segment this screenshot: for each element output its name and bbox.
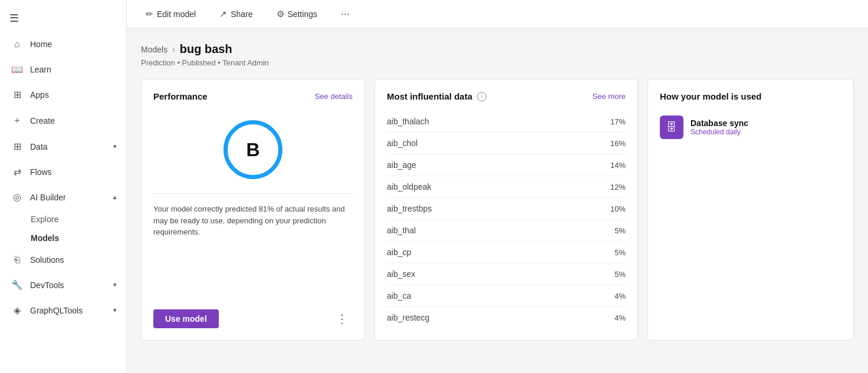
- main-area: ✏ Edit model ↗ Share ⚙ Settings ··· Mode…: [127, 0, 868, 373]
- data-field-value: 4%: [614, 313, 626, 322]
- usage-card-title: How your model is used: [660, 91, 762, 101]
- see-more-link[interactable]: See more: [593, 92, 626, 101]
- settings-button[interactable]: ⚙ Settings: [272, 6, 323, 22]
- use-model-button[interactable]: Use model: [153, 309, 219, 328]
- sidebar-item-label: Data: [30, 142, 48, 151]
- sidebar-subitem-explore[interactable]: Explore: [0, 210, 126, 229]
- database-sync-icon-box: 🗄: [660, 115, 683, 139]
- usage-item-title: Database sync: [691, 118, 748, 128]
- list-item: aib_cp 5%: [387, 242, 626, 263]
- see-details-link[interactable]: See details: [315, 92, 353, 101]
- sidebar-item-learn[interactable]: 📖 Learn: [0, 57, 126, 82]
- toolbar: ✏ Edit model ↗ Share ⚙ Settings ···: [127, 0, 868, 28]
- usage-card-header: How your model is used: [660, 91, 841, 101]
- apps-icon: ⊞: [11, 89, 23, 100]
- sidebar-item-graphql[interactable]: ◈ GraphQLTools ▾: [0, 298, 126, 323]
- learn-icon: 📖: [11, 64, 23, 75]
- influential-data-card: Most influential data i See more aib_tha…: [374, 79, 638, 341]
- edit-model-button[interactable]: ✏ Edit model: [141, 6, 200, 22]
- data-field-value: 16%: [610, 139, 626, 148]
- database-icon: 🗄: [666, 121, 677, 134]
- grade-circle: B: [223, 120, 282, 179]
- sidebar-item-label: Flows: [30, 167, 52, 177]
- usage-card: How your model is used 🗄 Database sync S…: [647, 79, 854, 341]
- data-field-label: aib_sex: [387, 269, 415, 279]
- sidebar-item-create[interactable]: ＋ Create: [0, 107, 126, 134]
- data-field-value: 5%: [614, 248, 626, 257]
- performance-more-options-button[interactable]: ⋮: [331, 309, 353, 328]
- chevron-down-icon: ▾: [113, 306, 117, 314]
- share-icon: ↗: [219, 9, 227, 19]
- usage-item-subtitle: Scheduled daily: [691, 128, 748, 136]
- influential-card-title: Most influential data: [387, 91, 472, 101]
- performance-description: Your model correctly predicted 81% of ac…: [153, 193, 353, 238]
- usage-item-info: Database sync Scheduled daily: [691, 118, 748, 136]
- data-field-label: aib_ca: [387, 291, 411, 301]
- data-field-value: 17%: [610, 117, 626, 126]
- list-item: aib_chol 16%: [387, 133, 626, 154]
- share-label: Share: [231, 9, 252, 19]
- more-options-icon[interactable]: ···: [336, 5, 354, 22]
- info-icon[interactable]: i: [477, 92, 486, 101]
- edit-label: Edit model: [157, 9, 196, 19]
- ai-builder-icon: ◎: [11, 192, 23, 203]
- create-icon: ＋: [11, 114, 23, 127]
- data-field-value: 12%: [610, 183, 626, 192]
- devtools-icon: 🔧: [11, 279, 23, 291]
- data-field-label: aib_age: [387, 160, 416, 170]
- list-item: aib_thal 5%: [387, 220, 626, 242]
- sidebar-item-label: Learn: [30, 65, 51, 74]
- usage-item: 🗄 Database sync Scheduled daily: [660, 115, 841, 139]
- data-field-label: aib_chol: [387, 138, 417, 148]
- list-item: aib_restecg 4%: [387, 307, 626, 328]
- share-button[interactable]: ↗ Share: [215, 6, 257, 22]
- performance-card: Performance See details B Your model cor…: [141, 79, 365, 341]
- chevron-down-icon: ▾: [113, 281, 117, 289]
- graphql-icon: ◈: [11, 305, 23, 316]
- sidebar-item-label: Create: [30, 116, 55, 126]
- list-item: aib_age 14%: [387, 154, 626, 176]
- models-label: Models: [31, 233, 59, 243]
- data-field-value: 14%: [610, 161, 626, 170]
- sidebar-item-flows[interactable]: ⇄ Flows: [0, 159, 126, 184]
- sidebar-item-devtools[interactable]: 🔧 DevTools ▾: [0, 272, 126, 298]
- page-subtitle: Prediction • Published • Tenant Admin: [141, 58, 854, 67]
- models-breadcrumb-link[interactable]: Models: [141, 45, 167, 54]
- explore-label: Explore: [31, 214, 58, 224]
- sidebar-item-ai-builder[interactable]: ◎ AI Builder ▴: [0, 184, 126, 210]
- list-item: aib_thalach 17%: [387, 111, 626, 133]
- data-field-label: aib_restecg: [387, 313, 429, 322]
- settings-label: Settings: [288, 9, 318, 19]
- sidebar-item-label: AI Builder: [30, 193, 66, 202]
- menu-icon[interactable]: ☰: [0, 5, 126, 32]
- settings-icon: ⚙: [277, 9, 284, 19]
- sidebar: ☰ ⌂ Home 📖 Learn ⊞ Apps ＋ Create ⊞ Data …: [0, 0, 127, 373]
- sidebar-item-home[interactable]: ⌂ Home: [0, 32, 126, 57]
- performance-card-header: Performance See details: [153, 91, 353, 101]
- sidebar-item-solutions[interactable]: ⎗ Solutions: [0, 247, 126, 272]
- data-field-value: 4%: [614, 292, 626, 301]
- data-field-value: 5%: [614, 226, 626, 235]
- influential-card-header: Most influential data i See more: [387, 91, 626, 101]
- data-field-label: aib_trestbps: [387, 204, 432, 213]
- grade-circle-container: B: [153, 120, 353, 179]
- list-item: aib_trestbps 10%: [387, 198, 626, 220]
- chevron-down-icon: ▾: [113, 143, 117, 150]
- data-field-label: aib_thalach: [387, 117, 429, 126]
- breadcrumb: Models › bug bash: [141, 42, 854, 56]
- data-field-label: aib_thal: [387, 226, 416, 235]
- sidebar-item-label: DevTools: [30, 280, 64, 290]
- sidebar-subitem-models[interactable]: Models: [0, 229, 126, 247]
- data-field-label: aib_oldpeak: [387, 182, 432, 192]
- page-title: bug bash: [180, 42, 232, 56]
- sidebar-item-label: GraphQLTools: [30, 306, 83, 315]
- list-item: aib_sex 5%: [387, 263, 626, 285]
- sidebar-item-data[interactable]: ⊞ Data ▾: [0, 134, 126, 159]
- list-item: aib_oldpeak 12%: [387, 176, 626, 198]
- sidebar-item-apps[interactable]: ⊞ Apps: [0, 82, 126, 107]
- list-item: aib_ca 4%: [387, 285, 626, 307]
- flows-icon: ⇄: [11, 166, 23, 177]
- chevron-up-icon: ▴: [113, 193, 117, 201]
- content: Models › bug bash Prediction • Published…: [127, 28, 868, 373]
- sidebar-item-label: Apps: [30, 90, 49, 100]
